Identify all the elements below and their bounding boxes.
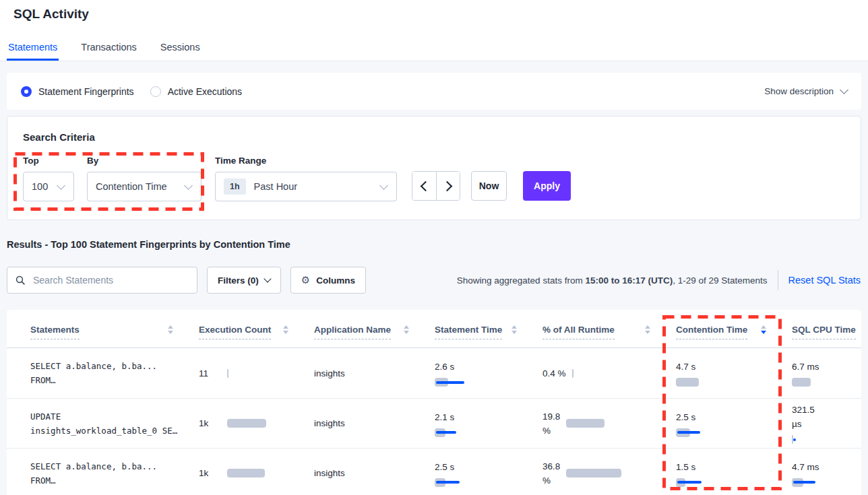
- chevron-down-icon: [264, 275, 271, 282]
- table-row: SELECT a.balance, b.ba... FROM… 1k insig…: [7, 449, 861, 495]
- statements-table: Statements Execution Count Application N…: [7, 310, 861, 495]
- top-select-value: 100: [32, 181, 48, 192]
- sort-icon: [512, 325, 517, 334]
- columns-button-label: Columns: [316, 275, 355, 286]
- top-label: Top: [23, 156, 74, 166]
- time-nav-group: [412, 171, 460, 201]
- sql-cpu-time-cell: 4.7 ms: [792, 460, 861, 487]
- column-header-sql-cpu-time[interactable]: SQL CPU Time: [792, 325, 861, 348]
- by-field: By Contention Time: [87, 156, 202, 201]
- results-heading: Results - Top 100 Statement Fingerprints…: [7, 239, 290, 250]
- search-statements-input[interactable]: [32, 274, 189, 286]
- execution-count-cell: 1k: [199, 417, 314, 430]
- top-field: Top 100: [23, 156, 74, 201]
- statement-fingerprints-radio[interactable]: Statement Fingerprints: [21, 86, 134, 97]
- contention-time-cell: 2.5 s: [676, 410, 792, 437]
- filters-button[interactable]: Filters (0): [207, 267, 281, 294]
- sort-icon: [283, 325, 288, 334]
- bar-chart: [566, 419, 604, 428]
- bar-chart: [676, 378, 773, 387]
- bar-chart: [227, 419, 266, 428]
- column-header-contention-time[interactable]: Contention Time: [676, 325, 792, 348]
- search-criteria-card: Search Criteria Top 100 By Contention Ti…: [7, 116, 861, 220]
- chevron-down-icon: [379, 181, 388, 190]
- sql-cpu-time-cell: 6.7 ms: [792, 360, 861, 387]
- statement-fingerprint-link[interactable]: SELECT a.balance, b.ba... FROM…: [30, 359, 199, 387]
- execution-count-cell: 11: [199, 367, 314, 380]
- radio-unchecked-icon: [150, 86, 161, 97]
- bar-chart: [572, 369, 574, 378]
- application-name-cell: insights: [314, 417, 435, 430]
- time-range-field: Time Range 1h Past Hour: [215, 156, 397, 201]
- chevron-down-icon: [184, 181, 193, 190]
- view-toggle-bar: Statement Fingerprints Active Executions…: [7, 73, 861, 110]
- gear-icon: ⚙: [301, 275, 310, 286]
- stats-summary-area: Showing aggregated stats from 15:00 to 1…: [457, 270, 861, 290]
- bar-chart: [435, 478, 524, 487]
- search-icon: [16, 275, 26, 286]
- top-select[interactable]: 100: [23, 172, 74, 201]
- percent-runtime-cell: 19.8%: [542, 409, 676, 438]
- page-title: SQL Activity: [13, 7, 89, 22]
- columns-button[interactable]: ⚙ Columns: [290, 267, 366, 294]
- sort-icon: [404, 325, 409, 334]
- by-label: By: [87, 156, 202, 166]
- sort-icon: [645, 325, 650, 334]
- by-select-value: Contention Time: [96, 181, 167, 192]
- statement-time-cell: 2.1 s: [435, 410, 542, 437]
- statement-time-cell: 2.5 s: [435, 460, 542, 487]
- table-header-row: Statements Execution Count Application N…: [7, 310, 861, 348]
- statement-fingerprints-label: Statement Fingerprints: [38, 86, 134, 97]
- contention-time-cell: 1.5 s: [676, 460, 792, 487]
- tab-bar: Statements Transactions Sessions: [7, 42, 202, 61]
- bar-chart: [435, 428, 524, 437]
- table-row: UPDATE insights_workload_table_0 SE… 1k …: [7, 399, 861, 449]
- filters-button-label: Filters (0): [218, 275, 259, 286]
- tab-transactions[interactable]: Transactions: [80, 42, 137, 61]
- column-header-statements[interactable]: Statements: [30, 325, 199, 348]
- percent-runtime-cell: 0.4 %: [542, 366, 676, 381]
- search-box: [7, 267, 197, 294]
- tab-sessions[interactable]: Sessions: [159, 42, 202, 61]
- percent-runtime-cell: 36.8%: [542, 459, 676, 488]
- bar-chart: [792, 435, 842, 444]
- column-header-application-name[interactable]: Application Name: [314, 325, 435, 348]
- active-executions-label: Active Executions: [168, 86, 243, 97]
- bar-chart: [676, 428, 773, 437]
- show-description-toggle[interactable]: Show description: [764, 86, 847, 96]
- time-range-badge: 1h: [224, 178, 246, 195]
- time-next-button[interactable]: [436, 172, 460, 200]
- sql-activity-page: SQL Activity Statements Transactions Ses…: [0, 0, 868, 495]
- column-header-execution-count[interactable]: Execution Count: [199, 325, 314, 348]
- tab-statements[interactable]: Statements: [7, 42, 59, 61]
- chevron-right-icon: [441, 180, 452, 191]
- radio-checked-icon: [21, 86, 32, 97]
- statement-time-cell: 2.6 s: [435, 360, 542, 387]
- sort-desc-icon: [761, 325, 766, 334]
- vertical-divider: [778, 270, 778, 290]
- stats-summary-text: Showing aggregated stats from 15:00 to 1…: [457, 275, 768, 286]
- bar-chart: [676, 478, 773, 487]
- statement-fingerprint-link[interactable]: SELECT a.balance, b.ba... FROM…: [30, 459, 199, 488]
- search-criteria-title: Search Criteria: [23, 131, 95, 143]
- chevron-left-icon: [421, 180, 431, 191]
- time-range-select[interactable]: 1h Past Hour: [215, 172, 397, 201]
- page-header: SQL Activity Statements Transactions Ses…: [0, 0, 868, 61]
- active-executions-radio[interactable]: Active Executions: [150, 86, 243, 97]
- time-range-value: Past Hour: [254, 181, 297, 192]
- execution-count-cell: 1k: [199, 467, 314, 480]
- contention-time-cell: 4.7 s: [676, 360, 792, 387]
- by-select[interactable]: Contention Time: [87, 172, 202, 201]
- statement-fingerprint-link[interactable]: UPDATE insights_workload_table_0 SE…: [30, 409, 199, 438]
- bar-chart: [227, 469, 265, 477]
- column-header-percent-runtime[interactable]: % of All Runtime: [542, 325, 676, 348]
- reset-sql-stats-link[interactable]: Reset SQL Stats: [788, 275, 861, 286]
- bar-chart: [792, 378, 842, 387]
- show-description-label: Show description: [764, 86, 834, 96]
- apply-button[interactable]: Apply: [523, 171, 571, 201]
- time-prev-button[interactable]: [412, 172, 436, 200]
- now-button[interactable]: Now: [471, 171, 507, 201]
- bar-chart: [435, 378, 524, 387]
- column-header-statement-time[interactable]: Statement Time: [435, 325, 542, 348]
- sql-cpu-time-cell: 321.5µs: [792, 403, 861, 444]
